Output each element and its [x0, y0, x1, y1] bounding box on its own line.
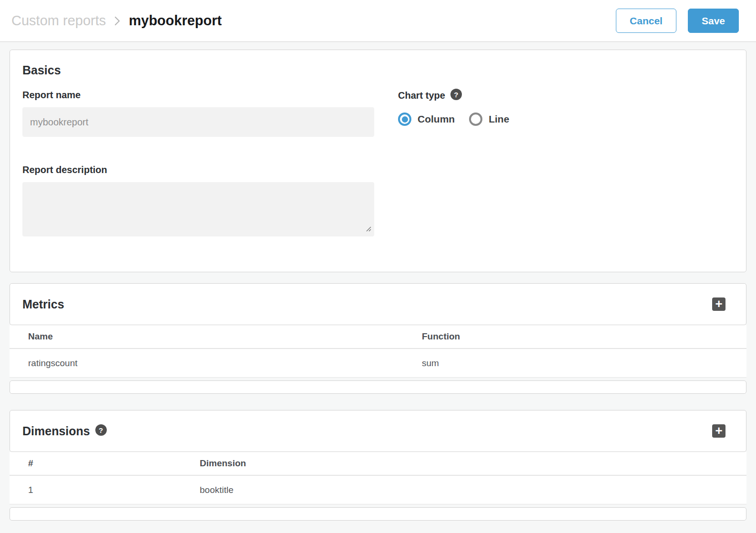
metrics-section-head: Metrics +: [10, 283, 746, 325]
radio-selected-icon: [398, 113, 411, 126]
breadcrumb: Custom reports mybookreport: [11, 13, 222, 29]
chart-type-column-label: Column: [418, 113, 455, 125]
add-dimension-button[interactable]: +: [712, 424, 725, 438]
metric-function-cell: sum: [422, 358, 746, 369]
metrics-table: Name Function ratingscount sum: [10, 325, 746, 378]
chart-type-option-column[interactable]: Column: [398, 113, 455, 126]
dimensions-section: Dimensions ? + # Dimension 1 booktitle: [10, 410, 746, 521]
topbar-actions: Cancel Save: [616, 9, 739, 33]
dimensions-section-foot: [10, 507, 746, 521]
add-metric-button[interactable]: +: [712, 297, 725, 311]
dimensions-table: # Dimension 1 booktitle: [10, 452, 746, 504]
metrics-column-function-header: Function: [422, 331, 746, 342]
top-bar: Custom reports mybookreport Cancel Save: [0, 0, 756, 42]
chart-type-option-line[interactable]: Line: [469, 113, 509, 126]
dimension-index-cell: 1: [28, 485, 200, 495]
breadcrumb-parent-link[interactable]: Custom reports: [11, 13, 106, 29]
cancel-button[interactable]: Cancel: [616, 9, 676, 33]
report-description-label: Report description: [22, 164, 374, 175]
dimensions-column-dimension-header: Dimension: [200, 458, 746, 469]
dimensions-column-index-header: #: [28, 458, 200, 469]
chart-type-label: Chart type: [398, 90, 445, 101]
report-name-input[interactable]: [22, 107, 374, 137]
chevron-right-icon: [113, 14, 121, 28]
table-row[interactable]: ratingscount sum: [10, 349, 746, 378]
table-row[interactable]: 1 booktitle: [10, 476, 746, 504]
metrics-title: Metrics: [22, 297, 64, 311]
metrics-table-header: Name Function: [10, 325, 746, 349]
metrics-column-name-header: Name: [28, 331, 422, 342]
basics-card: Basics Report name Report description: [10, 50, 746, 272]
report-description-textarea[interactable]: [22, 182, 374, 236]
page-title: mybookreport: [129, 13, 222, 29]
metrics-section-foot: [10, 380, 746, 394]
dimensions-title: Dimensions: [22, 424, 90, 438]
dimensions-table-header: # Dimension: [10, 452, 746, 476]
save-button[interactable]: Save: [688, 9, 739, 33]
dimensions-help-icon[interactable]: ?: [95, 424, 107, 436]
chart-type-help-icon[interactable]: ?: [450, 89, 462, 100]
metric-name-cell: ratingscount: [28, 358, 422, 369]
dimension-name-cell: booktitle: [200, 485, 746, 495]
chart-type-radio-group: Column Line: [398, 113, 734, 126]
chart-type-line-label: Line: [489, 113, 509, 125]
report-name-label: Report name: [22, 90, 374, 101]
metrics-section: Metrics + Name Function ratingscount sum: [10, 283, 746, 394]
radio-unselected-icon: [469, 113, 482, 126]
basics-title: Basics: [22, 63, 734, 77]
dimensions-section-head: Dimensions ? +: [10, 410, 746, 452]
